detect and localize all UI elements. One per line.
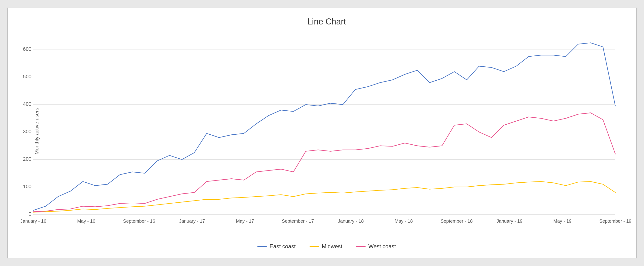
legend-label: East coast (270, 243, 296, 250)
svg-text:600: 600 (23, 46, 32, 52)
legend-color-swatch (258, 246, 267, 247)
legend-label: West coast (368, 243, 396, 250)
svg-text:0: 0 (29, 211, 32, 217)
legend-color-swatch (356, 246, 366, 247)
y-axis-label: Monthly active users (34, 108, 40, 155)
svg-text:September - 16: September - 16 (123, 218, 155, 224)
svg-text:January - 17: January - 17 (179, 218, 205, 224)
legend: East coastMidwestWest coast (258, 243, 396, 250)
svg-text:January - 19: January - 19 (496, 218, 522, 224)
legend-item: West coast (356, 243, 396, 250)
legend-color-swatch (310, 246, 319, 247)
svg-text:500: 500 (23, 74, 32, 80)
svg-text:May - 17: May - 17 (236, 218, 254, 224)
svg-text:January - 16: January - 16 (20, 218, 46, 224)
legend-item: East coast (258, 243, 296, 250)
svg-text:September - 18: September - 18 (440, 218, 473, 224)
svg-text:200: 200 (23, 156, 32, 162)
chart-container: Line Chart Monthly active users 01002003… (8, 7, 636, 259)
svg-text:400: 400 (23, 101, 32, 107)
svg-text:May - 16: May - 16 (77, 218, 95, 224)
svg-text:May - 18: May - 18 (395, 218, 413, 224)
legend-item: Midwest (310, 243, 342, 250)
svg-text:January - 18: January - 18 (338, 218, 364, 224)
svg-text:September - 17: September - 17 (282, 218, 314, 224)
svg-text:300: 300 (23, 128, 32, 134)
svg-text:May - 19: May - 19 (553, 218, 572, 224)
chart-svg: 0100200300400500600January - 16May - 16S… (31, 34, 622, 229)
chart-title: Line Chart (31, 17, 622, 26)
svg-text:100: 100 (23, 184, 32, 189)
svg-text:September - 19: September - 19 (599, 218, 632, 224)
chart-area: Monthly active users 0100200300400500600… (31, 34, 622, 229)
legend-label: Midwest (322, 243, 342, 250)
